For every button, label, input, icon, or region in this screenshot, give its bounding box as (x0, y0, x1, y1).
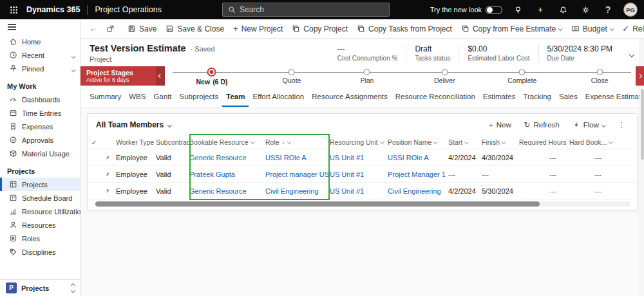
area-switcher[interactable]: P Projects (0, 279, 80, 296)
tab-estimates[interactable]: Estimates (479, 88, 520, 107)
tab-resource-assignments[interactable]: Resource Assignments (308, 88, 392, 107)
stage-plan[interactable]: Plan (360, 68, 374, 84)
col-header-worker-type[interactable]: Worker Type (116, 138, 156, 146)
user-avatar[interactable]: PG (623, 3, 638, 17)
notifications-bell-icon[interactable] (556, 3, 570, 17)
cell-position-name[interactable]: USSI ROle A (388, 154, 448, 162)
tab-resource-reconciliation[interactable]: Resource Reconciliation (392, 88, 479, 107)
copy-from-fee-estimate-button[interactable]: Copy from Fee Estimate (457, 21, 567, 37)
horizontal-scrollbar[interactable] (95, 201, 630, 207)
col-header-hard-booked[interactable]: Hard Book... (569, 138, 614, 146)
copy-tasks-button[interactable]: Copy Tasks from Project (352, 21, 457, 37)
grid-more-commands-icon[interactable]: ⋮ (613, 118, 631, 131)
process-stage-box[interactable]: Project Stages Active for 6 days (80, 66, 165, 86)
grid-flow-button[interactable]: Flow (567, 119, 611, 131)
sidebar-item-time-entries[interactable]: Time Entries (0, 106, 80, 120)
chevron-down-icon[interactable] (72, 65, 75, 73)
global-search-box[interactable] (222, 3, 390, 17)
sidebar-item-recent[interactable]: Recent (0, 48, 80, 62)
tab-summary[interactable]: Summary (86, 88, 125, 107)
cell-bookable-resource[interactable]: Generic Resource (189, 154, 265, 162)
stage-quote[interactable]: Quote (283, 68, 301, 84)
sidebar-item-resource-utilization[interactable]: Resource Utilization (0, 205, 80, 218)
view-selector[interactable]: All Team Members (96, 120, 171, 129)
collapse-header-chevron-icon[interactable] (630, 48, 634, 59)
col-header-finish[interactable]: Finish (482, 138, 519, 146)
tab-sales[interactable]: Sales (555, 88, 582, 107)
brand-title[interactable]: Dynamics 365 (26, 5, 80, 14)
sidebar-item-material-usage[interactable]: Material Usage (0, 147, 80, 160)
stage-complete[interactable]: Complete (507, 68, 536, 84)
app-launcher-icon[interactable] (6, 3, 21, 17)
sidebar-item-expenses[interactable]: Expenses (0, 120, 80, 133)
sidebar-item-schedule-board[interactable]: Schedule Board (0, 191, 80, 205)
cell-role[interactable]: Civil Engineering (265, 187, 330, 195)
col-header-bookable-resource[interactable]: Bookable Resource (189, 138, 265, 146)
table-row[interactable]: Employee Valid Prateek Gupta Project man… (88, 166, 637, 183)
sidebar-item-approvals[interactable]: Approvals (0, 133, 80, 147)
select-all-checkbox[interactable]: ✓ (88, 138, 100, 146)
tab-team[interactable]: Team (222, 88, 249, 107)
new-project-button[interactable]: + New Project (229, 21, 287, 37)
col-header-position-name[interactable]: Position Name (388, 138, 448, 146)
sidebar-item-pinned[interactable]: Pinned (0, 62, 80, 75)
tab-gantt[interactable]: Gantt (149, 88, 175, 107)
stage-deliver[interactable]: Deliver (434, 68, 455, 84)
cell-bookable-resource[interactable]: Generic Resource (189, 187, 265, 195)
grid-new-button[interactable]: +New (484, 119, 516, 131)
tab-subprojects[interactable]: Subprojects (176, 88, 223, 107)
budget-button[interactable]: Budget (567, 21, 618, 37)
sidebar-item-projects[interactable]: Projects (0, 178, 80, 191)
sidebar-item-roles[interactable]: Roles (0, 232, 80, 245)
collapse-stage-chevron-icon[interactable] (156, 66, 165, 86)
col-header-required-hours[interactable]: Required Hours (519, 138, 569, 146)
cell-bookable-resource[interactable]: Prateek Gupta (189, 171, 265, 178)
cell-role[interactable]: Project manager USSI... (265, 171, 330, 178)
row-expand-chevron-icon[interactable] (100, 172, 116, 176)
lightbulb-icon[interactable] (511, 3, 525, 17)
popout-icon[interactable] (102, 21, 119, 37)
sidebar-item-disciplines[interactable]: Disciplines (0, 245, 80, 259)
horizontal-scrollbar-thumb[interactable] (95, 201, 540, 207)
release-button[interactable]: ✓ Release (618, 21, 644, 37)
copy-project-button[interactable]: Copy Project (287, 21, 352, 37)
sitemap-collapse-icon[interactable] (0, 19, 80, 35)
col-header-start[interactable]: Start (448, 138, 482, 146)
stage-new[interactable]: New(6 D) (196, 68, 228, 86)
plus-icon[interactable]: + (533, 3, 547, 17)
col-header-role[interactable]: Role↓ (265, 138, 330, 146)
new-look-toggle[interactable] (486, 6, 502, 14)
sidebar-item-home[interactable]: Home (0, 35, 80, 48)
row-expand-chevron-icon[interactable] (100, 189, 116, 192)
search-input[interactable] (240, 5, 384, 14)
vertical-scrollbar-thumb[interactable] (641, 89, 644, 160)
col-header-subcontract[interactable]: Subcontrac... (156, 138, 189, 146)
next-stage-chevron[interactable] (636, 66, 644, 86)
grid-refresh-button[interactable]: ↻Refresh (519, 118, 565, 131)
row-expand-chevron-icon[interactable] (100, 156, 116, 159)
cell-position-name[interactable]: Civil Engineering (388, 187, 448, 195)
app-name[interactable]: Project Operations (95, 5, 162, 14)
help-icon[interactable]: ? (601, 3, 615, 17)
settings-gear-icon[interactable] (578, 3, 592, 17)
table-row[interactable]: Employee Valid Generic Resource USSI ROl… (88, 149, 637, 166)
chevron-down-icon[interactable] (72, 51, 75, 59)
back-button[interactable]: ← (84, 21, 102, 37)
cell-role[interactable]: USSI ROle A (265, 154, 330, 162)
tab-effort-allocation[interactable]: Effort Allocation (249, 88, 308, 107)
tab-tracking[interactable]: Tracking (519, 88, 555, 107)
cell-resourcing-unit[interactable]: US Unit #1 (330, 154, 388, 162)
cell-resourcing-unit[interactable]: US Unit #1 (330, 187, 388, 195)
sidebar-item-dashboards[interactable]: Dashboards (0, 93, 80, 106)
col-header-resourcing-unit[interactable]: Resourcing Unit (330, 138, 388, 146)
tab-expense-estimates[interactable]: Expense Estimates (582, 88, 644, 107)
cell-resourcing-unit[interactable]: US Unit #1 (330, 171, 388, 178)
save-button[interactable]: Save (123, 21, 161, 37)
sidebar-item-resources[interactable]: Resources (0, 218, 80, 232)
stage-close[interactable]: Close (591, 68, 609, 84)
save-and-close-button[interactable]: Save & Close (161, 21, 229, 37)
area-switcher-chevrons-icon[interactable] (71, 284, 75, 291)
table-row[interactable]: Employee Valid Generic Resource Civil En… (88, 183, 637, 199)
cell-position-name[interactable]: Project Manager 1 (388, 171, 448, 178)
tab-wbs[interactable]: WBS (125, 88, 149, 107)
